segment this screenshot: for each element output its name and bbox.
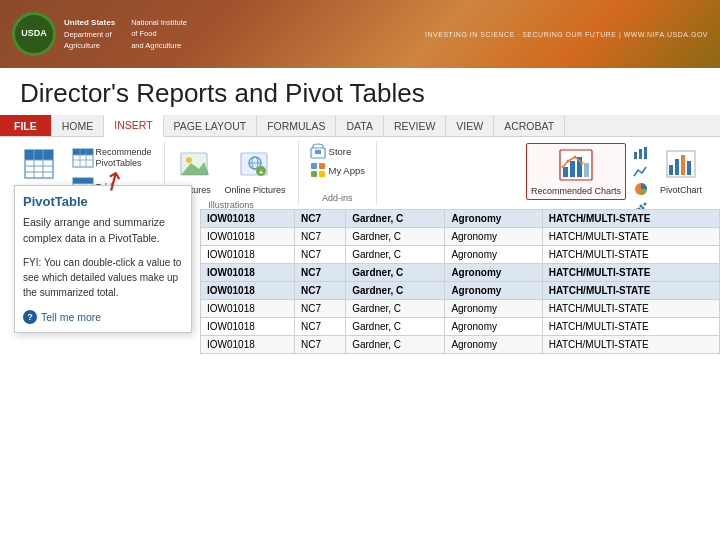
- tooltip-link-icon: ?: [23, 310, 37, 324]
- table-cell: Gardner, C: [346, 282, 445, 300]
- svg-point-39: [561, 166, 564, 169]
- store-button[interactable]: Store: [307, 143, 368, 159]
- table-cell: IOW01018: [201, 282, 295, 300]
- data-table-area: IOW01018NC7Gardner, CAgronomyHATCH/MULTI…: [200, 209, 720, 354]
- org-line1: United States: [64, 17, 115, 29]
- table-row: IOW01018NC7Gardner, CAgronomyHATCH/MULTI…: [201, 246, 720, 264]
- tab-acrobat[interactable]: ACROBAT: [494, 115, 565, 136]
- table-cell: IOW01018: [201, 246, 295, 264]
- svg-rect-36: [570, 161, 575, 177]
- tab-home[interactable]: HOME: [52, 115, 105, 136]
- table-cell: Agronomy: [445, 336, 542, 354]
- tab-insert[interactable]: INSERT: [104, 115, 163, 137]
- scatter-chart-button[interactable]: [630, 199, 652, 209]
- table-cell: IOW01018: [201, 210, 295, 228]
- table-cell: NC7: [295, 246, 346, 264]
- ribbon-group-charts: Recommended Charts: [518, 141, 714, 205]
- ribbon-group-charts-items: Recommended Charts: [526, 143, 706, 209]
- svg-rect-44: [639, 149, 642, 159]
- tab-review[interactable]: REVIEW: [384, 115, 446, 136]
- scatter-chart-icon: [633, 200, 649, 209]
- table-cell: HATCH/MULTI-STATE: [542, 282, 719, 300]
- store-label: Store: [329, 146, 352, 157]
- usda-acronym: USDA: [21, 29, 47, 39]
- svg-rect-30: [311, 163, 317, 169]
- header-tagline: INVESTING IN SCIENCE · SECURING OUR FUTU…: [425, 31, 708, 38]
- usda-logo-area: USDA United States Department of Agricul…: [12, 12, 187, 56]
- tab-page-layout[interactable]: PAGE LAYOUT: [164, 115, 258, 136]
- my-apps-icon: [310, 163, 326, 177]
- table-cell: NC7: [295, 318, 346, 336]
- pie-chart-icon: [633, 182, 649, 196]
- svg-point-41: [573, 156, 576, 159]
- table-cell: HATCH/MULTI-STATE: [542, 336, 719, 354]
- ribbon-tabs: FILE HOME INSERT PAGE LAYOUT FORMULAS DA…: [0, 115, 720, 137]
- ribbon-spacer: [377, 141, 518, 205]
- my-apps-label: My Apps: [329, 165, 365, 176]
- recommended-pivottables-label: RecommendePivotTables: [96, 147, 152, 169]
- svg-rect-14: [73, 178, 93, 184]
- page-title: Director's Reports and Pivot Tables: [20, 78, 700, 109]
- recommended-charts-icon: [558, 146, 594, 184]
- online-pictures-label: Online Pictures: [225, 185, 286, 196]
- online-pictures-button[interactable]: + Online Pictures: [221, 143, 290, 198]
- svg-rect-31: [319, 163, 325, 169]
- tab-file[interactable]: FILE: [0, 115, 52, 136]
- recommended-charts-label: Recommended Charts: [531, 186, 621, 197]
- tab-data[interactable]: DATA: [336, 115, 383, 136]
- table-cell: Agronomy: [445, 300, 542, 318]
- table-cell: Agronomy: [445, 264, 542, 282]
- tab-formulas[interactable]: FORMULAS: [257, 115, 336, 136]
- tooltip-link[interactable]: ? Tell me more: [23, 310, 183, 324]
- table-cell: NC7: [295, 282, 346, 300]
- table-cell: IOW01018: [201, 300, 295, 318]
- svg-rect-55: [681, 155, 685, 175]
- table-cell: Agronomy: [445, 228, 542, 246]
- svg-rect-32: [311, 171, 317, 177]
- svg-rect-1: [25, 150, 53, 160]
- svg-rect-33: [319, 171, 325, 177]
- usda-text-block: United States Department of Agriculture: [64, 17, 115, 52]
- tab-view[interactable]: VIEW: [446, 115, 494, 136]
- data-table: IOW01018NC7Gardner, CAgronomyHATCH/MULTI…: [200, 209, 720, 354]
- line-chart-button[interactable]: [630, 163, 652, 179]
- table-cell: NC7: [295, 300, 346, 318]
- tooltip-fyi: FYI: You can double-click a value to see…: [23, 255, 183, 300]
- table-cell: HATCH/MULTI-STATE: [542, 228, 719, 246]
- table-cell: NC7: [295, 264, 346, 282]
- table-cell: NC7: [295, 336, 346, 354]
- table-cell: NC7: [295, 210, 346, 228]
- svg-point-49: [643, 203, 646, 206]
- table-row: IOW01018NC7Gardner, CAgronomyHATCH/MULTI…: [201, 228, 720, 246]
- svg-rect-53: [669, 165, 673, 175]
- table-cell: Gardner, C: [346, 336, 445, 354]
- table-cell: IOW01018: [201, 318, 295, 336]
- my-apps-button[interactable]: My Apps: [307, 162, 368, 178]
- table-cell: Gardner, C: [346, 264, 445, 282]
- pivotchart-button[interactable]: PivotChart: [656, 143, 706, 198]
- nifa-line1: National Institute: [131, 17, 187, 28]
- tooltip-popup: PivotTable Easily arrange and summarize …: [14, 209, 192, 333]
- table-cell: HATCH/MULTI-STATE: [542, 300, 719, 318]
- svg-point-42: [580, 162, 583, 165]
- svg-point-20: [186, 157, 192, 163]
- svg-rect-35: [563, 167, 568, 177]
- bar-chart-button[interactable]: [630, 145, 652, 161]
- ribbon-group-addins: Store My Apps Add-ins: [299, 141, 377, 205]
- table-cell: HATCH/MULTI-STATE: [542, 264, 719, 282]
- illustrations-group-label: Illustrations: [208, 200, 254, 209]
- table-row: IOW01018NC7Gardner, CAgronomyHATCH/MULTI…: [201, 210, 720, 228]
- line-chart-icon: [633, 164, 649, 178]
- org-line2: Department of: [64, 29, 115, 40]
- table-cell: IOW01018: [201, 264, 295, 282]
- pivotchart-label: PivotChart: [660, 185, 702, 196]
- pie-chart-button[interactable]: [630, 181, 652, 197]
- table-cell: HATCH/MULTI-STATE: [542, 210, 719, 228]
- bar-chart-icon: [633, 146, 649, 160]
- recommended-charts-button[interactable]: Recommended Charts: [526, 143, 626, 200]
- addins-buttons: Store My Apps: [307, 143, 368, 178]
- header-bar: USDA United States Department of Agricul…: [0, 0, 720, 68]
- nifa-line2: of Food: [131, 28, 187, 39]
- table-row: IOW01018NC7Gardner, CAgronomyHATCH/MULTI…: [201, 318, 720, 336]
- nifa-text-block: National Institute of Food and Agricultu…: [131, 17, 187, 51]
